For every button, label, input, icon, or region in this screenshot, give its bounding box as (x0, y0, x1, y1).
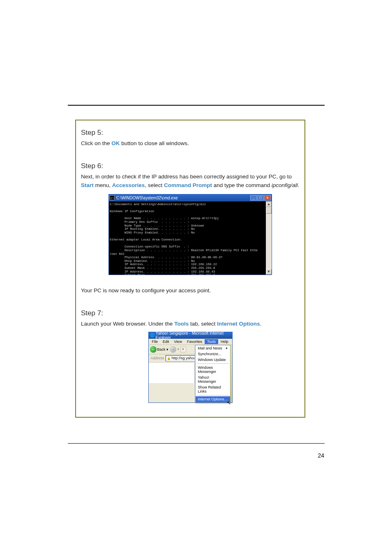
internetoptions-keyword: Internet Options (217, 321, 260, 327)
menuitem-internet-options[interactable]: Internet Options... (196, 396, 230, 402)
text: . (298, 182, 300, 188)
ready-text: Your PC is now ready to configure your a… (81, 287, 300, 295)
menuitem-yahoo-messenger[interactable]: Yahoo! Messenger (196, 375, 230, 384)
menu-separator (197, 363, 229, 364)
text: button to close all windows. (120, 140, 189, 146)
menuitem-windows-update[interactable]: Windows Update (196, 357, 230, 363)
step6-text: Next, in order to check if the IP addres… (81, 173, 300, 190)
menuitem-synchronize[interactable]: Synchronize... (196, 351, 230, 357)
step5-heading: Step 5: (81, 129, 300, 137)
cmd-output[interactable]: C:\Documents and Settings\Administrator>… (109, 201, 266, 275)
step6-heading: Step 6: (81, 162, 300, 170)
maximize-button[interactable]: □ (257, 195, 264, 201)
commandprompt-keyword: Command Prompt (164, 182, 212, 188)
minimize-button[interactable]: _ (250, 195, 257, 201)
text: menu, (94, 182, 112, 188)
back-caret-icon: ▾ (166, 347, 168, 352)
step7-heading: Step 7: (81, 309, 300, 317)
cursor-icon: ↖ (227, 400, 231, 406)
menu-view[interactable]: View (172, 339, 184, 344)
forward-caret-icon: ▾ (178, 347, 179, 351)
text: , select (145, 182, 164, 188)
ie-page-area[interactable] (149, 363, 195, 383)
step7-text: Launch your Web browser. Under the Tools… (81, 320, 300, 328)
submenu-arrow-icon: ▸ (226, 346, 228, 350)
text: Next, in order to check if the IP addres… (81, 173, 292, 180)
text: Click on the (81, 140, 111, 146)
cmd-window: c:\ C:\WINDOWS\system32\cmd.exe _ □ × C:… (108, 194, 272, 275)
forward-button[interactable]: → (170, 346, 176, 353)
menuitem-windows-messenger[interactable]: Windows Messenger (196, 365, 230, 375)
ie-title-text: Yahoo! Singapore - Microsoft Internet Ex… (156, 331, 231, 340)
text: Launch your Web browser. Under the (81, 321, 174, 327)
ie-titlebar[interactable]: 🌐 Yahoo! Singapore - Microsoft Internet … (149, 332, 232, 339)
menu-separator (197, 395, 229, 395)
tools-keyword: Tools (174, 321, 189, 327)
cmd-scrollbar[interactable]: ▲ ▼ (266, 201, 272, 275)
scroll-up-button[interactable]: ▲ (266, 201, 272, 207)
menu-tools[interactable]: Tools (205, 339, 218, 344)
scroll-track[interactable] (266, 207, 272, 269)
footer-rule (68, 443, 325, 444)
ie-side-strip (231, 345, 232, 402)
scroll-thumb[interactable] (266, 207, 272, 214)
back-label: Back (157, 347, 166, 352)
text: . (260, 321, 261, 327)
ie-menubar: File Edit View Favorites Tools Help (149, 339, 232, 345)
tools-dropdown: Mail and News ▸ Synchronize... Windows U… (195, 345, 231, 402)
back-arrow-icon: ← (150, 346, 157, 353)
cmd-title-text: C:\WINDOWS\system32\cmd.exe (116, 196, 250, 200)
menu-favorites[interactable]: Favorites (184, 339, 205, 344)
page-lock-icon: 🔒 (167, 356, 171, 360)
cmd-titlebar[interactable]: c:\ C:\WINDOWS\system32\cmd.exe _ □ × (109, 194, 272, 201)
accessories-keyword: Accessories (112, 182, 145, 188)
ie-window: 🌐 Yahoo! Singapore - Microsoft Internet … (148, 332, 233, 403)
stop-button[interactable]: × (180, 347, 186, 352)
menuitem-show-related-links[interactable]: Show Related Links (196, 384, 230, 394)
menu-edit[interactable]: Edit (160, 339, 172, 344)
menu-file[interactable]: File (150, 339, 161, 344)
ie-address-bar: Address 🔒 http://sg.yahoo.com (149, 354, 195, 363)
cmd-icon: c:\ (110, 195, 115, 200)
start-keyword: Start (81, 182, 94, 188)
menuitem-label: Mail and News (198, 346, 222, 350)
back-button[interactable]: ← Back ▾ (150, 346, 168, 353)
ipconfig-command: ipconfig/all (272, 182, 298, 188)
menuitem-mail-and-news[interactable]: Mail and News ▸ (196, 345, 230, 351)
ie-toolbar: ← Back ▾ → ▾ × (149, 345, 195, 354)
close-button[interactable]: × (264, 195, 271, 201)
header-rule (68, 105, 325, 106)
scroll-down-button[interactable]: ▼ (266, 269, 272, 275)
menu-help[interactable]: Help (218, 339, 231, 344)
ok-keyword: OK (111, 140, 120, 146)
text: tab, select (189, 321, 217, 327)
step5-text: Click on the OK button to close all wind… (81, 139, 300, 148)
content-box: Step 5: Click on the OK button to close … (75, 120, 305, 418)
text: and type the command (212, 182, 272, 188)
ie-app-icon: 🌐 (150, 333, 154, 338)
address-label: Address (150, 356, 166, 360)
page-number: 24 (318, 452, 324, 459)
